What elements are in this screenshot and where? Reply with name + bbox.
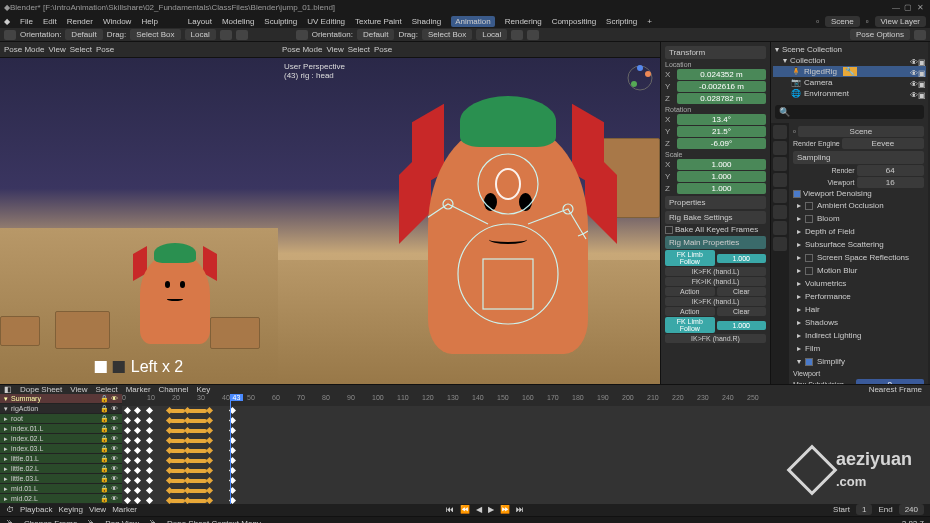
play-icon[interactable]: ▶	[488, 505, 494, 514]
film-label[interactable]: Film	[805, 344, 820, 353]
dope-snap[interactable]: Nearest Frame	[869, 385, 922, 394]
dope-channel-index.02.L[interactable]: ▸ index.02.L🔒👁	[0, 434, 122, 444]
filter-icon[interactable]	[914, 30, 926, 40]
ikfk-handl-btn2[interactable]: IK>FK (hand.L)	[665, 297, 766, 306]
vp-left-pose[interactable]: Pose	[96, 45, 114, 54]
tab-object-icon[interactable]	[773, 205, 787, 219]
loc-z[interactable]: 0.028782 m	[677, 93, 766, 104]
ws-texpaint[interactable]: Texture Paint	[355, 17, 402, 26]
dope-channel-Summary[interactable]: ▾ Summary🔒👁	[0, 394, 122, 404]
kf-row[interactable]	[122, 446, 930, 456]
vp-right-select[interactable]: Select	[348, 45, 370, 54]
indl-label[interactable]: Indirect Lighting	[805, 331, 861, 340]
fklimb-2[interactable]: FK Limb Follow	[665, 317, 715, 333]
ws-sculpting[interactable]: Sculpting	[264, 17, 297, 26]
timeline-cursor[interactable]: 43	[230, 394, 231, 504]
action-btn2[interactable]: Action	[665, 307, 715, 316]
mblur-label[interactable]: Motion Blur	[817, 266, 857, 275]
rot-y[interactable]: 21.5°	[677, 126, 766, 137]
orient-default-r[interactable]: Default	[357, 29, 394, 40]
vp-left-mode[interactable]: Pose Mode	[4, 45, 44, 54]
menu-file[interactable]: File	[20, 17, 33, 26]
dope-channel-little.02.L[interactable]: ▸ little.02.L🔒👁	[0, 464, 122, 474]
simp-label[interactable]: Simplify	[817, 357, 845, 366]
nav-gizmo[interactable]	[626, 64, 654, 92]
dope-channel-mid.02.L[interactable]: ▸ mid.02.L🔒👁	[0, 494, 122, 504]
tool-icon-r[interactable]	[296, 30, 308, 40]
next-key-icon[interactable]: ⏩	[500, 505, 510, 514]
tab-output-icon[interactable]	[773, 141, 787, 155]
viewlayer-dropdown[interactable]: View Layer	[875, 16, 926, 27]
vp-samples[interactable]: 16	[857, 177, 925, 188]
scene-name[interactable]: Scene	[798, 126, 924, 137]
ao-check[interactable]	[805, 202, 813, 210]
engine-dropdown[interactable]: Eevee	[842, 138, 924, 149]
sampling-header[interactable]: Sampling	[793, 151, 924, 164]
rot-z[interactable]: -6.09°	[677, 138, 766, 149]
ws-animation[interactable]: Animation	[451, 16, 495, 27]
start-frame[interactable]: 1	[856, 504, 872, 515]
hair-label[interactable]: Hair	[805, 305, 820, 314]
kf-row[interactable]	[122, 486, 930, 496]
tab-render-icon[interactable]	[773, 125, 787, 139]
dope-select[interactable]: Select	[95, 385, 117, 394]
outliner-scene-collection[interactable]: ▾ Scene Collection	[773, 44, 926, 55]
shad-label[interactable]: Shadows	[805, 318, 838, 327]
tab-modifier-icon[interactable]	[773, 221, 787, 235]
kf-row[interactable]	[122, 496, 930, 504]
outliner-rig[interactable]: 🧍 RigedRig🔧👁▣	[773, 66, 926, 77]
ws-scripting[interactable]: Scripting	[606, 17, 637, 26]
ws-rendering[interactable]: Rendering	[505, 17, 542, 26]
dope-view[interactable]: View	[70, 385, 87, 394]
tab-world-icon[interactable]	[773, 189, 787, 203]
outliner-env[interactable]: 🌐 Environment👁▣	[773, 88, 926, 99]
ws-layout[interactable]: Layout	[188, 17, 212, 26]
transform-header[interactable]: Transform	[665, 46, 766, 59]
ikfk-handl-btn[interactable]: IK>FK (hand.L)	[665, 267, 766, 276]
vp-left-view[interactable]: View	[48, 45, 65, 54]
menu-render[interactable]: Render	[67, 17, 93, 26]
sss-label[interactable]: Subsurface Scattering	[805, 240, 884, 249]
loc-y[interactable]: -0.002616 m	[677, 81, 766, 92]
viewport-left[interactable]: Left x 2	[0, 58, 278, 384]
menu-window[interactable]: Window	[103, 17, 131, 26]
kf-row[interactable]	[122, 406, 930, 416]
dope-channel-index.01.L[interactable]: ▸ index.01.L🔒👁	[0, 424, 122, 434]
dope-icon[interactable]: ◧	[4, 385, 12, 394]
rot-x[interactable]: 13.4°	[677, 114, 766, 125]
menu-help[interactable]: Help	[141, 17, 157, 26]
propedit-l-icon[interactable]	[236, 30, 248, 40]
clear-btn[interactable]: Clear	[717, 287, 767, 296]
snap-l-icon[interactable]	[220, 30, 232, 40]
dope-channel-rigAction[interactable]: ▾ rigAction🔒👁	[0, 404, 122, 414]
dope-channel-index.03.L[interactable]: ▸ index.03.L🔒👁	[0, 444, 122, 454]
outliner-collection[interactable]: ▾ Collection👁▣	[773, 55, 926, 66]
scale-y[interactable]: 1.000	[677, 171, 766, 182]
tl-playback[interactable]: Playback	[20, 505, 52, 514]
dope-timeline[interactable]: 0102030404350607080901001101201301401501…	[122, 394, 930, 504]
ssr-label[interactable]: Screen Space Reflections	[817, 253, 909, 262]
search-field[interactable]: 🔍	[775, 105, 924, 119]
dope-channel-little.01.L[interactable]: ▸ little.01.L🔒👁	[0, 454, 122, 464]
dope-channel-mid.01.L[interactable]: ▸ mid.01.L🔒👁	[0, 484, 122, 494]
kf-row[interactable]	[122, 476, 930, 486]
maxsub-slider[interactable]: 0	[856, 379, 925, 384]
play-rev-icon[interactable]: ◀	[476, 505, 482, 514]
dope-mode[interactable]: Dope Sheet	[20, 385, 62, 394]
fkik-handl-btn[interactable]: FK>IK (hand.L)	[665, 277, 766, 286]
dope-channel-root[interactable]: ▸ root🔒👁	[0, 414, 122, 424]
propedit-r-icon[interactable]	[527, 30, 539, 40]
fklimb-1[interactable]: FK Limb Follow	[665, 250, 715, 266]
fklimb-2-val[interactable]: 1.000	[717, 321, 767, 330]
kf-row[interactable]	[122, 456, 930, 466]
perf-label[interactable]: Performance	[805, 292, 851, 301]
action-btn[interactable]: Action	[665, 287, 715, 296]
rigbake-header[interactable]: Rig Bake Settings	[665, 211, 766, 224]
vp-right-view[interactable]: View	[326, 45, 343, 54]
kf-row[interactable]	[122, 466, 930, 476]
maximize-button[interactable]: ▢	[902, 3, 914, 12]
jump-end-icon[interactable]: ⏭	[516, 505, 524, 514]
bloom-check[interactable]	[805, 215, 813, 223]
scene-dropdown[interactable]: Scene	[825, 16, 860, 27]
tab-particle-icon[interactable]	[773, 237, 787, 251]
